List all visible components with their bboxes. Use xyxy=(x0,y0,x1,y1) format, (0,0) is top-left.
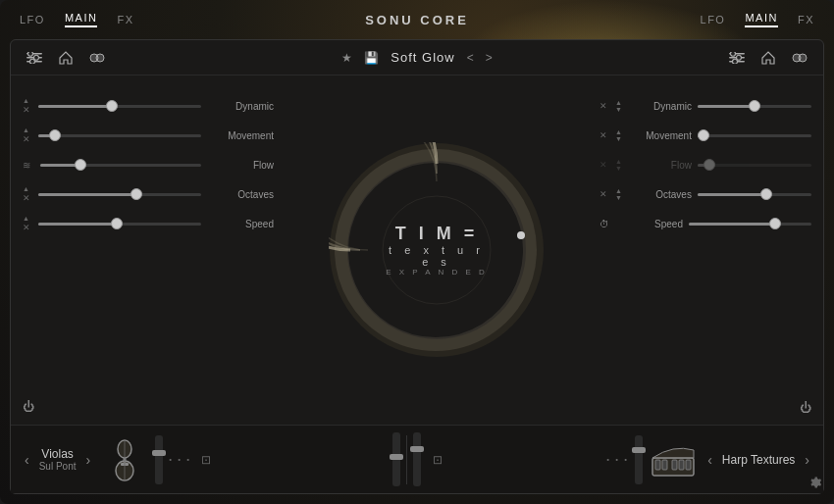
cross-dynamic-right[interactable]: ✕ xyxy=(599,101,607,111)
inst-next-right[interactable]: › xyxy=(801,448,813,472)
ring-container: T I M = t e x t u r e s E X P A N D E D xyxy=(329,142,545,358)
slider-flow-left[interactable] xyxy=(40,164,201,167)
toolbar-left xyxy=(23,46,219,70)
arrow-down-movement-right[interactable]: ▼ xyxy=(615,135,622,142)
center-visual: T I M = t e x t u r e s E X P A N D E D xyxy=(286,76,588,425)
multi-icon-left[interactable] xyxy=(85,46,109,70)
save-icon[interactable]: 💾 xyxy=(364,51,379,65)
tab-bar: LFO MAIN FX SONU CORE LFO MAIN FX xyxy=(0,0,834,39)
label-flow-left: Flow xyxy=(207,160,274,171)
label-speed-left: Speed xyxy=(207,219,274,229)
logo: SONU CORE xyxy=(365,13,469,27)
main-container: LFO MAIN FX SONU CORE LFO MAIN FX xyxy=(0,0,834,504)
tab-lfo-left[interactable]: LFO xyxy=(20,14,45,25)
power-icon-right[interactable]: ⏻ xyxy=(800,401,811,415)
mixer-icon-right[interactable] xyxy=(725,46,749,70)
cross-octaves-left[interactable]: ✕ xyxy=(23,193,30,203)
arrow-down-flow-right[interactable]: ▼ xyxy=(615,165,622,172)
inst-info-right: Harp Textures xyxy=(722,453,795,467)
slider-movement-right[interactable] xyxy=(698,134,811,137)
slider-flow-right[interactable] xyxy=(698,164,811,167)
svg-rect-26 xyxy=(662,460,667,470)
mixer-icon-left[interactable] xyxy=(23,46,46,70)
inst-next-left[interactable]: › xyxy=(81,448,94,472)
cross-movement-left[interactable]: ✕ xyxy=(23,134,30,144)
control-row-flow-right: ✕ ▲ ▼ Flow xyxy=(599,152,811,177)
tilde-flow-left[interactable]: ≋ xyxy=(23,160,30,171)
center-faders xyxy=(392,432,421,486)
slider-octaves-left[interactable] xyxy=(38,193,201,196)
control-row-speed-left: ▲ ✕ Speed xyxy=(23,211,274,236)
svg-point-13 xyxy=(733,59,738,64)
arrow-up-speed-left[interactable]: ▲ xyxy=(23,215,30,223)
home-icon-right[interactable] xyxy=(756,46,780,70)
gear-icon[interactable] xyxy=(808,476,822,492)
nav-prev[interactable]: < xyxy=(467,51,474,65)
cross-flow-right[interactable]: ✕ xyxy=(599,160,607,170)
label-octaves-right: Octaves xyxy=(628,189,692,200)
arrow-down-octaves-right[interactable]: ▼ xyxy=(615,194,622,201)
svg-rect-25 xyxy=(655,460,660,470)
arrow-up-octaves-left[interactable]: ▲ xyxy=(23,185,30,193)
slider-movement-left[interactable] xyxy=(38,134,201,137)
export-icon-center[interactable]: ⊡ xyxy=(433,453,443,467)
bookmark-icon[interactable]: ★ xyxy=(341,51,352,65)
piano-icon xyxy=(649,435,698,484)
inst-name-left: Violas xyxy=(41,447,73,461)
power-icon-left[interactable]: ⏻ xyxy=(23,400,34,414)
multi-icon-right[interactable] xyxy=(788,46,811,70)
slider-dynamic-right[interactable] xyxy=(698,105,811,108)
instrument-section: ‹ Violas Sul Pont › xyxy=(11,425,823,493)
tab-main-left[interactable]: MAIN xyxy=(65,12,98,27)
svg-rect-29 xyxy=(686,460,691,470)
slider-speed-left[interactable] xyxy=(38,223,201,226)
center-fader-left[interactable] xyxy=(392,432,400,486)
tab-fx-left[interactable]: FX xyxy=(117,14,133,25)
arrow-up-dynamic-right[interactable]: ▲ xyxy=(615,99,622,106)
arrow-up-octaves-right[interactable]: ▲ xyxy=(615,187,622,194)
dots-menu-right[interactable]: • • • xyxy=(606,455,629,464)
center-logo: T I M = t e x t u r e s E X P A N D E D xyxy=(383,224,491,277)
tab-main-right[interactable]: MAIN xyxy=(745,12,778,27)
center-separator xyxy=(406,435,407,484)
expanded-logo-text: E X P A N D E D xyxy=(383,268,491,277)
slider-octaves-right[interactable] xyxy=(698,193,811,196)
inst-prev-right[interactable]: ‹ xyxy=(704,448,716,472)
clock-icon-right: ⏱ xyxy=(599,219,609,229)
nav-next[interactable]: > xyxy=(486,51,493,65)
arrow-down-dynamic-right[interactable]: ▼ xyxy=(615,106,622,113)
svg-point-7 xyxy=(96,54,104,62)
fader-right[interactable] xyxy=(635,435,643,484)
arrow-up-flow-right[interactable]: ▲ xyxy=(615,158,622,165)
cross-octaves-right[interactable]: ✕ xyxy=(599,189,607,199)
control-row-flow-left: ≋ Flow xyxy=(23,152,274,177)
cross-movement-right[interactable]: ✕ xyxy=(599,130,607,140)
main-panel: ★ 💾 Soft Glow < > xyxy=(10,39,824,494)
arrows-dynamic-right: ▲ ▼ xyxy=(615,99,622,113)
inst-prev-left[interactable]: ‹ xyxy=(21,448,33,472)
label-octaves-left: Octaves xyxy=(207,189,274,200)
dots-menu-left[interactable]: • • • xyxy=(169,455,191,464)
arrow-up-dynamic-left[interactable]: ▲ xyxy=(23,97,30,105)
arrow-up-movement-right[interactable]: ▲ xyxy=(615,128,622,135)
control-row-dynamic-left: ▲ ✕ Dynamic xyxy=(23,93,274,119)
center-fader-right[interactable] xyxy=(413,432,421,486)
slider-dynamic-left[interactable] xyxy=(38,105,201,108)
tab-fx-right[interactable]: FX xyxy=(798,14,814,25)
home-icon-left[interactable] xyxy=(54,46,78,70)
arrow-up-movement-left[interactable]: ▲ xyxy=(23,126,30,134)
controls-left: ▲ ✕ Dynamic ▲ ✕ xyxy=(11,76,286,425)
instrument-center: ⊡ xyxy=(305,432,529,486)
inst-type-left: Sul Pont xyxy=(39,461,77,472)
control-row-octaves-right: ✕ ▲ ▼ Octaves xyxy=(599,181,811,207)
tab-lfo-right[interactable]: LFO xyxy=(701,14,726,25)
inst-info-left: Violas Sul Pont xyxy=(39,447,77,472)
tab-bar-center: SONU CORE xyxy=(365,13,469,27)
export-icon-left[interactable]: ⊡ xyxy=(201,453,211,467)
slider-speed-right[interactable] xyxy=(689,223,811,226)
cross-speed-left[interactable]: ✕ xyxy=(23,223,30,232)
cross-dynamic-left[interactable]: ✕ xyxy=(23,105,30,115)
svg-point-17 xyxy=(517,231,525,239)
fader-left[interactable] xyxy=(155,435,163,484)
inst-name-right: Harp Textures xyxy=(722,453,795,467)
